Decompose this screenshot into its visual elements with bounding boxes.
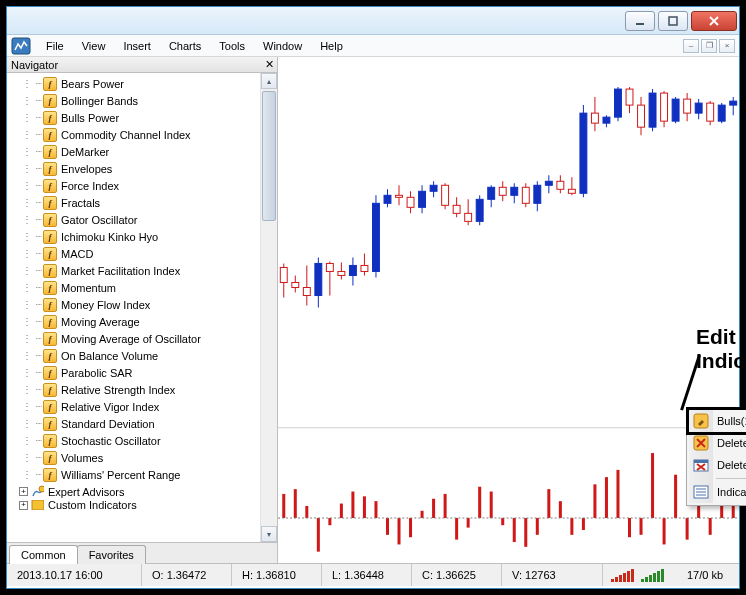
function-icon: f [43, 247, 57, 261]
tree-item[interactable]: ⋮ ┈fVolumes [9, 449, 260, 466]
connection-icon [611, 568, 669, 582]
ctx-indicators-list[interactable]: Indicators List Ctrl+I [689, 481, 746, 503]
status-traffic: 17/0 kb [677, 564, 739, 586]
svg-rect-60 [591, 113, 598, 123]
svg-rect-12 [315, 263, 322, 295]
tree-item[interactable]: ⋮ ┈fBulls Power [9, 109, 260, 126]
svg-rect-96 [398, 518, 401, 544]
status-close: C: 1.36625 [412, 564, 502, 586]
navigator-header: Navigator ✕ [7, 57, 277, 73]
tree-item[interactable]: ⋮ ┈fBears Power [9, 75, 260, 92]
svg-rect-103 [478, 487, 481, 518]
svg-rect-90 [328, 518, 331, 525]
tree-item[interactable]: ⋮ ┈fMACD [9, 245, 260, 262]
list-icon [693, 484, 709, 500]
tree-item[interactable]: ⋮ ┈fForce Index [9, 177, 260, 194]
svg-rect-113 [593, 484, 596, 518]
tree-item[interactable]: ⋮ ┈fIchimoku Kinko Hyo [9, 228, 260, 245]
mdi-restore-button[interactable]: ❐ [701, 39, 717, 53]
svg-rect-94 [374, 501, 377, 518]
svg-rect-20 [361, 265, 368, 271]
tree-item[interactable]: ⋮ ┈fMoney Flow Index [9, 296, 260, 313]
function-icon: f [43, 111, 57, 125]
delete-icon [693, 435, 709, 451]
function-icon: f [43, 281, 57, 295]
svg-rect-98 [421, 511, 424, 518]
svg-rect-78 [695, 103, 702, 113]
tree-item[interactable]: ⋮ ┈fRelative Vigor Index [9, 398, 260, 415]
svg-rect-108 [536, 518, 539, 535]
maximize-button[interactable] [658, 11, 688, 31]
tree-item[interactable]: ⋮ ┈fParabolic SAR [9, 364, 260, 381]
status-high: H: 1.36810 [232, 564, 322, 586]
tree-item[interactable]: ⋮ ┈fMomentum [9, 279, 260, 296]
svg-rect-80 [707, 103, 714, 121]
mdi-close-button[interactable]: × [719, 39, 735, 53]
svg-rect-30 [419, 191, 426, 207]
tree-item[interactable]: ⋮ ┈fRelative Strength Index [9, 381, 260, 398]
tree-item[interactable]: ⋮ ┈fWilliams' Percent Range [9, 466, 260, 483]
tree-item[interactable]: ⋮ ┈fStochastic Oscillator [9, 432, 260, 449]
navigator-tree[interactable]: ⋮ ┈fBears Power⋮ ┈fBollinger Bands⋮ ┈fBu… [7, 73, 260, 542]
status-bar: 2013.10.17 16:00 O: 1.36472 H: 1.36810 L… [7, 563, 739, 586]
svg-rect-72 [661, 93, 668, 121]
menu-file[interactable]: File [37, 37, 73, 55]
tree-custom-indicators[interactable]: +Custom Indicators [9, 500, 260, 510]
navigator-scrollbar[interactable]: ▴ ▾ [260, 73, 277, 542]
svg-rect-145 [657, 571, 660, 582]
svg-rect-56 [568, 189, 575, 193]
tree-item[interactable]: ⋮ ┈fEnvelopes [9, 160, 260, 177]
svg-rect-84 [730, 101, 737, 105]
svg-rect-143 [649, 575, 652, 582]
svg-rect-137 [619, 575, 622, 582]
tree-item[interactable]: ⋮ ┈fMarket Facilitation Index [9, 262, 260, 279]
status-volume: V: 12763 [502, 564, 603, 586]
menu-charts[interactable]: Charts [160, 37, 210, 55]
tab-common[interactable]: Common [9, 545, 78, 564]
svg-rect-115 [616, 470, 619, 518]
svg-rect-136 [615, 577, 618, 582]
function-icon: f [43, 179, 57, 193]
tree-item[interactable]: ⋮ ┈fGator Oscillator [9, 211, 260, 228]
tree-item[interactable]: ⋮ ┈fMoving Average of Oscillator [9, 330, 260, 347]
ctx-properties[interactable]: Bulls(13) properties... [686, 407, 746, 435]
chart-area[interactable]: Edit Indicator Bulls(13) properties... D… [278, 57, 739, 563]
svg-rect-34 [442, 185, 449, 205]
minimize-button[interactable] [625, 11, 655, 31]
menu-help[interactable]: Help [311, 37, 352, 55]
function-icon: f [43, 400, 57, 414]
function-icon: f [43, 417, 57, 431]
tree-item[interactable]: ⋮ ┈fOn Balance Volume [9, 347, 260, 364]
tree-expert-advisors[interactable]: +Expert Advisors [9, 483, 260, 500]
svg-rect-112 [582, 518, 585, 530]
menu-window[interactable]: Window [254, 37, 311, 55]
tree-item[interactable]: ⋮ ┈fCommodity Channel Index [9, 126, 260, 143]
ctx-delete-indicator[interactable]: Delete Indicator [689, 432, 746, 454]
svg-rect-110 [559, 501, 562, 518]
tree-item[interactable]: ⋮ ┈fDeMarker [9, 143, 260, 160]
tree-item[interactable]: ⋮ ┈fFractals [9, 194, 260, 211]
menu-tools[interactable]: Tools [210, 37, 254, 55]
svg-rect-82 [718, 105, 725, 121]
menu-insert[interactable]: Insert [114, 37, 160, 55]
tree-item[interactable]: ⋮ ┈fBollinger Bands [9, 92, 260, 109]
wrench-icon [693, 413, 709, 429]
svg-rect-42 [488, 187, 495, 199]
svg-rect-2 [12, 38, 30, 54]
mdi-minimize-button[interactable]: – [683, 39, 699, 53]
tree-item[interactable]: ⋮ ┈fMoving Average [9, 313, 260, 330]
tree-item[interactable]: ⋮ ┈fStandard Deviation [9, 415, 260, 432]
navigator-close-button[interactable]: ✕ [265, 58, 274, 71]
svg-rect-130 [694, 460, 708, 463]
svg-rect-8 [292, 282, 299, 287]
svg-rect-74 [672, 99, 679, 121]
ctx-delete-window[interactable]: Delete Indicator Window [689, 454, 746, 476]
close-button[interactable] [691, 11, 737, 31]
scroll-down-button[interactable]: ▾ [261, 526, 277, 542]
function-icon: f [43, 451, 57, 465]
scroll-thumb[interactable] [262, 91, 276, 221]
scroll-up-button[interactable]: ▴ [261, 73, 277, 89]
svg-rect-104 [490, 492, 493, 518]
menu-view[interactable]: View [73, 37, 115, 55]
tab-favorites[interactable]: Favorites [77, 545, 146, 564]
